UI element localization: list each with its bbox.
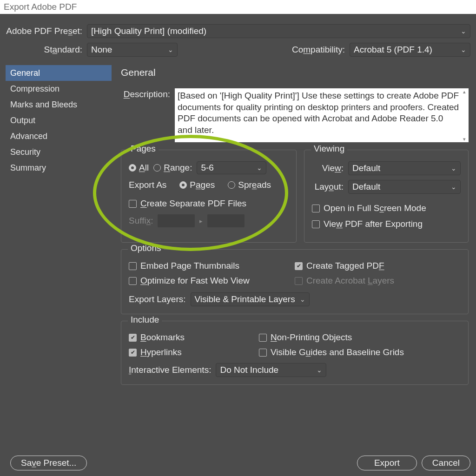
interactive-dropdown[interactable]: Do Not Include ⌄	[216, 363, 326, 377]
suffix-input2	[207, 214, 245, 227]
options-legend: Options	[128, 243, 164, 253]
export-as-label: Export As	[129, 180, 166, 190]
pages-legend: Pages	[128, 144, 159, 154]
radio-icon	[228, 181, 235, 189]
pages-group: Pages All Range: 5-6	[121, 150, 297, 243]
standard-dropdown[interactable]: None ⌄	[87, 43, 178, 57]
include-legend: Include	[128, 315, 162, 325]
window-title: Export Adobe PDF	[0, 0, 476, 14]
chevron-down-icon: ⌄	[257, 164, 262, 172]
view-label: View:	[312, 163, 348, 173]
checkbox-bookmarks[interactable]	[129, 334, 137, 342]
chevron-down-icon: ⌄	[317, 366, 322, 374]
sidebar-item-compression[interactable]: Compression	[6, 81, 112, 97]
include-group: Include Bookmarks Hyperlinks	[121, 321, 469, 385]
checkbox-acrobat-layers	[295, 277, 303, 285]
chevron-down-icon: ⌄	[451, 165, 456, 172]
radio-spreads[interactable]: Spreads	[228, 180, 271, 190]
description-scrollbar[interactable]: ▴ ▾	[460, 88, 469, 142]
viewing-group: Viewing View: Default ⌄ Layout: Default	[304, 150, 469, 243]
chevron-down-icon: ⌄	[461, 46, 466, 53]
create-separate-label: Create Separate PDF Files	[140, 198, 246, 209]
checkbox-optimize-web[interactable]	[129, 277, 137, 285]
radio-range[interactable]: Range:	[153, 163, 192, 173]
compatibility-label: Compatibility:	[292, 45, 350, 55]
sidebar-item-marks-and-bleeds[interactable]: Marks and Bleeds	[6, 97, 112, 112]
chevron-down-icon: ⌄	[461, 27, 466, 35]
checkbox-embed-thumbs[interactable]	[129, 262, 137, 270]
range-combobox[interactable]: 5-6 ⌄	[197, 161, 266, 174]
export-pdf-dialog: Export Adobe PDF Adobe PDF Preset: [High…	[0, 0, 476, 476]
checkbox-tagged-pdf[interactable]	[295, 262, 303, 270]
export-button[interactable]: Export	[357, 456, 417, 470]
radio-pages[interactable]: Pages	[179, 180, 215, 190]
pane-title: General	[121, 67, 469, 78]
save-preset-button[interactable]: Save Preset...	[10, 456, 87, 470]
dialog-footer: Save Preset... Export Cancel	[0, 450, 476, 476]
viewing-legend: Viewing	[311, 144, 347, 154]
suffix-input	[158, 214, 195, 227]
tagged-pdf-label: Create Tagged PDF	[306, 261, 384, 271]
radio-icon	[129, 164, 136, 172]
acrobat-layers-label: Create Acrobat Layers	[306, 276, 394, 286]
view-after-label: View PDF after Exporting	[324, 219, 423, 229]
checkbox-hyperlinks[interactable]	[129, 349, 137, 357]
compatibility-value: Acrobat 5 (PDF 1.4)	[354, 45, 432, 55]
options-group: Options Embed Page Thumbnails Create Tag…	[121, 249, 469, 314]
radio-all[interactable]: All	[129, 163, 149, 173]
chevron-down-icon: ⌄	[300, 296, 305, 303]
description-textarea[interactable]: [Based on '[High Quality Print]'] Use th…	[175, 88, 469, 142]
sidebar-item-summary[interactable]: Summary	[6, 160, 112, 176]
category-sidebar: General Compression Marks and Bleeds Out…	[6, 65, 112, 385]
suffix-label: Suffix:	[129, 216, 153, 226]
description-label: Description:	[121, 88, 175, 99]
standard-label: Standard:	[6, 45, 87, 55]
bookmarks-label: Bookmarks	[140, 332, 185, 343]
radio-icon	[179, 181, 187, 189]
checkbox-guides[interactable]	[259, 349, 267, 357]
export-layers-label: Export Layers:	[129, 294, 186, 304]
checkbox-nonprinting[interactable]	[259, 334, 267, 342]
scroll-down-icon[interactable]: ▾	[463, 136, 466, 142]
interactive-label: Interactive Elements:	[129, 365, 211, 375]
sidebar-item-security[interactable]: Security	[6, 144, 112, 160]
embed-thumbs-label: Embed Page Thumbnails	[140, 261, 239, 271]
standard-value: None	[91, 45, 112, 55]
sidebar-item-output[interactable]: Output	[6, 112, 112, 128]
guides-label: Visible Guides and Baseline Grids	[271, 347, 404, 357]
sidebar-item-advanced[interactable]: Advanced	[6, 128, 112, 144]
checkbox-view-after[interactable]	[312, 220, 320, 228]
compatibility-dropdown[interactable]: Acrobat 5 (PDF 1.4) ⌄	[350, 43, 470, 57]
chevron-down-icon: ⌄	[168, 46, 173, 53]
preset-dropdown[interactable]: [High Quality Print] (modified) ⌄	[87, 24, 470, 38]
layout-label: Layout:	[312, 182, 348, 192]
layout-dropdown[interactable]: Default ⌄	[348, 180, 461, 194]
cancel-button[interactable]: Cancel	[422, 456, 470, 470]
chevron-down-icon: ⌄	[451, 183, 456, 191]
scroll-up-icon[interactable]: ▴	[463, 88, 466, 95]
preset-value: [High Quality Print] (modified)	[91, 26, 206, 36]
view-dropdown[interactable]: Default ⌄	[348, 161, 461, 175]
range-value: 5-6	[201, 163, 213, 173]
hyperlinks-label: Hyperlinks	[140, 347, 182, 357]
export-layers-dropdown[interactable]: Visible & Printable Layers ⌄	[191, 292, 310, 306]
suffix-popup-icon: ▸	[199, 218, 203, 225]
sidebar-item-general[interactable]: General	[6, 65, 112, 81]
checkbox-fullscreen[interactable]	[312, 205, 320, 212]
nonprinting-label: Non-Printing Objects	[271, 332, 352, 343]
checkbox-create-separate[interactable]	[129, 200, 137, 208]
fullscreen-label: Open in Full Screen Mode	[324, 203, 426, 213]
radio-icon	[153, 164, 161, 172]
preset-label: Adobe PDF Preset:	[6, 26, 87, 36]
optimize-web-label: Optimize for Fast Web View	[140, 276, 250, 286]
